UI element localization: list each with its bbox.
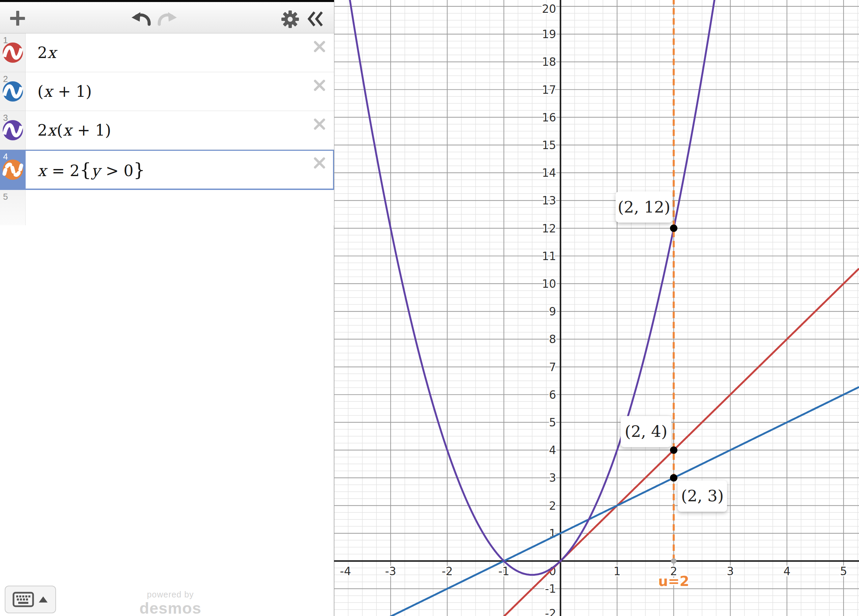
expression-latex-1: 2x bbox=[37, 44, 57, 62]
expression-input-4[interactable]: x = 2{y > 0} bbox=[26, 150, 334, 190]
close-x-icon bbox=[313, 79, 326, 92]
expression-gutter-3: 3 bbox=[0, 111, 26, 150]
y-tick-label-7: 7 bbox=[549, 360, 556, 374]
sine-wave-dashed-icon[interactable] bbox=[2, 159, 23, 180]
y-tick-label-20: 20 bbox=[542, 2, 556, 16]
point-2-12[interactable] bbox=[670, 225, 678, 232]
y-tick-label-12: 12 bbox=[542, 222, 556, 235]
anchor-point-2-0[interactable] bbox=[671, 558, 676, 564]
expression-number-5: 5 bbox=[3, 192, 8, 202]
point-2-4[interactable] bbox=[670, 446, 678, 454]
watermark-desmos-logo: desmos bbox=[131, 599, 209, 616]
x-tick-label--4: -4 bbox=[340, 565, 351, 578]
y-tick-label-10: 10 bbox=[542, 277, 556, 290]
y-tick-label-16: 16 bbox=[542, 111, 556, 124]
grid-minor bbox=[334, 0, 859, 616]
x-tick-label-1: 1 bbox=[613, 565, 620, 578]
y-tick-label-15: 15 bbox=[542, 139, 556, 152]
curve-2x(x+1)[interactable] bbox=[334, 0, 859, 575]
svg-text:(2, 4): (2, 4) bbox=[625, 422, 667, 441]
delete-expression-button-2[interactable] bbox=[313, 79, 326, 92]
redo-button[interactable] bbox=[156, 10, 178, 27]
undo-arrow-icon bbox=[130, 10, 153, 27]
point-label-2-4: (2, 4) bbox=[621, 416, 672, 447]
svg-text:(2, 12): (2, 12) bbox=[618, 198, 670, 216]
expression-row-4[interactable]: 4x = 2{y > 0} bbox=[0, 150, 334, 190]
y-tick-label-19: 19 bbox=[542, 28, 556, 41]
point-2-3[interactable] bbox=[670, 474, 678, 481]
graph-settings-button[interactable] bbox=[281, 10, 299, 28]
desmos-graphing-calculator: 12x2(x + 1)32x(x + 1)4x = 2{y > 0}5 powe… bbox=[0, 0, 859, 616]
expression-gutter-4: 4 bbox=[0, 150, 26, 190]
delete-expression-button-4[interactable] bbox=[313, 156, 326, 169]
delete-expression-button-3[interactable] bbox=[313, 118, 326, 131]
expression-list: 12x2(x + 1)32x(x + 1)4x = 2{y > 0}5 bbox=[0, 33, 334, 225]
point-label-2-3: (2, 3) bbox=[678, 480, 727, 512]
expression-latex-3: 2x(x + 1) bbox=[37, 121, 111, 139]
graph-paper[interactable]: -4-3-2-1012345-2-11234567891011121314151… bbox=[334, 0, 859, 616]
expression-gutter-1: 1 bbox=[0, 33, 26, 72]
keyboard-toggle-button[interactable] bbox=[5, 586, 56, 613]
expression-input-3[interactable]: 2x(x + 1) bbox=[26, 111, 334, 150]
sine-wave-icon[interactable] bbox=[2, 120, 23, 141]
close-x-icon bbox=[313, 156, 326, 169]
x-tick-label--3: -3 bbox=[385, 565, 396, 578]
expression-latex-2: (x + 1) bbox=[37, 82, 92, 101]
sine-wave-icon[interactable] bbox=[2, 42, 23, 63]
y-tick-label-13: 13 bbox=[542, 194, 556, 207]
y-tick-label--2: -2 bbox=[545, 607, 556, 616]
y-tick-label-6: 6 bbox=[549, 388, 556, 401]
svg-text:(2, 3): (2, 3) bbox=[681, 487, 724, 505]
expression-input-1[interactable]: 2x bbox=[26, 33, 334, 72]
axis-tick-labels: -4-3-2-1012345-2-11234567891011121314151… bbox=[340, 2, 847, 616]
expression-input-2[interactable]: (x + 1) bbox=[26, 72, 334, 111]
y-tick-label-9: 9 bbox=[549, 305, 556, 318]
y-tick-label-5: 5 bbox=[549, 416, 556, 429]
point-label-2-12: (2, 12) bbox=[616, 192, 672, 223]
add-expression-button[interactable] bbox=[9, 9, 26, 27]
x-tick-label-5: 5 bbox=[840, 565, 847, 578]
desmos-watermark: powered by desmos bbox=[131, 590, 209, 616]
plus-icon bbox=[9, 9, 26, 27]
y-tick-label-2: 2 bbox=[549, 499, 556, 512]
x-tick-label--2: -2 bbox=[442, 565, 453, 578]
curve-2x[interactable] bbox=[334, 268, 859, 616]
triangle-up-icon bbox=[38, 596, 48, 603]
keyboard-icon bbox=[12, 592, 34, 607]
expression-row-5[interactable]: 5 bbox=[0, 190, 334, 225]
expression-row-1[interactable]: 12x bbox=[0, 33, 334, 72]
axes bbox=[334, 0, 859, 616]
y-tick-label-11: 11 bbox=[542, 250, 556, 263]
grid-major bbox=[334, 0, 859, 616]
x-tick-label-4: 4 bbox=[783, 565, 790, 578]
x-tick-label-3: 3 bbox=[727, 565, 734, 578]
expression-gutter-2: 2 bbox=[0, 72, 26, 111]
expression-row-3[interactable]: 32x(x + 1) bbox=[0, 111, 334, 150]
expressions-toolbar bbox=[0, 2, 334, 33]
x-tick-label--1: -1 bbox=[498, 565, 509, 578]
expression-input-5[interactable] bbox=[26, 190, 334, 225]
redo-arrow-icon bbox=[156, 10, 178, 27]
close-x-icon bbox=[313, 118, 326, 131]
y-tick-label-17: 17 bbox=[542, 83, 556, 97]
y-tick-label-3: 3 bbox=[549, 471, 556, 485]
gear-icon bbox=[281, 10, 299, 28]
y-tick-label--1: -1 bbox=[545, 582, 556, 596]
y-tick-label-14: 14 bbox=[542, 166, 556, 179]
delete-expression-button-1[interactable] bbox=[313, 40, 326, 53]
y-tick-label-8: 8 bbox=[549, 333, 556, 346]
expression-row-2[interactable]: 2(x + 1) bbox=[0, 72, 334, 111]
watermark-powered-by: powered by bbox=[131, 590, 209, 599]
y-tick-label-18: 18 bbox=[542, 55, 556, 69]
vertical-line-label: u=2 bbox=[658, 573, 689, 589]
double-chevron-left-icon bbox=[307, 10, 325, 28]
undo-button[interactable] bbox=[130, 10, 153, 27]
collapse-sidebar-button[interactable] bbox=[307, 10, 325, 28]
expression-latex-4: x = 2{y > 0} bbox=[37, 159, 145, 181]
expression-sidebar: 12x2(x + 1)32x(x + 1)4x = 2{y > 0}5 powe… bbox=[0, 0, 334, 616]
sine-wave-icon[interactable] bbox=[2, 81, 23, 102]
close-x-icon bbox=[313, 40, 326, 53]
y-tick-label-4: 4 bbox=[549, 444, 556, 457]
graph-plot[interactable]: -4-3-2-1012345-2-11234567891011121314151… bbox=[334, 0, 859, 616]
expression-gutter-5: 5 bbox=[0, 190, 26, 225]
